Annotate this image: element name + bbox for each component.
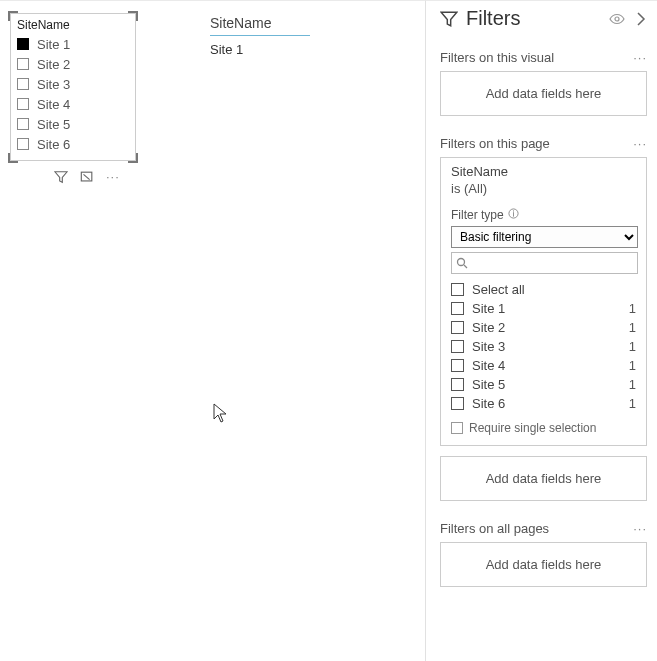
slicer-item[interactable]: Site 2: [15, 54, 131, 74]
slicer-item[interactable]: Site 6: [15, 134, 131, 154]
section-page-more-icon[interactable]: ···: [633, 136, 647, 151]
section-visual-more-icon[interactable]: ···: [633, 50, 647, 65]
filter-value-label: Select all: [472, 282, 636, 297]
slicer-list: Site 1Site 2Site 3Site 4Site 5Site 6: [11, 34, 135, 154]
filter-value-count: 1: [629, 396, 638, 411]
checkbox-icon[interactable]: [17, 58, 29, 70]
filter-value-label: Site 1: [472, 301, 629, 316]
filter-type-label: Filter type: [451, 208, 638, 222]
checkbox-icon[interactable]: [17, 78, 29, 90]
filter-value-count: 1: [629, 339, 638, 354]
slicer-item-label: Site 5: [37, 117, 70, 132]
slicer-item[interactable]: Site 3: [15, 74, 131, 94]
checkbox-icon[interactable]: [451, 359, 464, 372]
section-visual-label: Filters on this visual: [440, 50, 554, 65]
filters-title: Filters: [466, 7, 601, 30]
all-dropzone[interactable]: Add data fields here: [440, 542, 647, 587]
slicer-item[interactable]: Site 4: [15, 94, 131, 114]
section-page-label: Filters on this page: [440, 136, 550, 151]
filter-value-row[interactable]: Site 51: [451, 375, 638, 394]
slicer-visual[interactable]: SiteName Site 1Site 2Site 3Site 4Site 5S…: [10, 13, 136, 161]
require-single-selection[interactable]: Require single selection: [451, 421, 638, 435]
checkbox-icon[interactable]: [451, 422, 463, 434]
filter-value-label: Site 3: [472, 339, 629, 354]
svg-point-1: [615, 17, 619, 21]
section-all-label: Filters on all pages: [440, 521, 549, 536]
slicer-item-label: Site 2: [37, 57, 70, 72]
slicer-toolbar: ···: [54, 169, 120, 184]
funnel-icon: [440, 10, 458, 28]
slicer-title: SiteName: [11, 14, 135, 34]
filter-state: is (All): [451, 181, 638, 196]
filter-value-row[interactable]: Site 11: [451, 299, 638, 318]
checkbox-icon[interactable]: [451, 283, 464, 296]
visual-dropzone[interactable]: Add data fields here: [440, 71, 647, 116]
resize-handle-bl[interactable]: [8, 153, 18, 163]
filter-value-row[interactable]: Select all: [451, 280, 638, 299]
resize-handle-tl[interactable]: [8, 11, 18, 21]
filter-value-row[interactable]: Site 61: [451, 394, 638, 413]
filter-value-label: Site 6: [472, 396, 629, 411]
chevron-right-icon[interactable]: [635, 12, 647, 26]
funnel-icon[interactable]: [54, 170, 68, 184]
filter-value-count: 1: [629, 320, 638, 335]
card-header: SiteName: [210, 15, 310, 36]
filter-card-sitename[interactable]: SiteName is (All) Filter type Basic filt…: [440, 157, 647, 446]
card-visual[interactable]: SiteName Site 1: [210, 15, 310, 57]
resize-handle-br[interactable]: [128, 153, 138, 163]
filter-value-count: 1: [629, 377, 638, 392]
checkbox-icon[interactable]: [451, 340, 464, 353]
slicer-item-label: Site 1: [37, 37, 70, 52]
filter-type-select[interactable]: Basic filtering: [451, 226, 638, 248]
checkbox-icon[interactable]: [451, 321, 464, 334]
slicer-item-label: Site 4: [37, 97, 70, 112]
slicer-item-label: Site 3: [37, 77, 70, 92]
slicer-item[interactable]: Site 1: [15, 34, 131, 54]
eye-icon[interactable]: [609, 11, 625, 27]
checkbox-icon[interactable]: [451, 378, 464, 391]
card-value: Site 1: [210, 36, 310, 57]
checkbox-icon[interactable]: [451, 302, 464, 315]
filter-values-list: Select allSite 11Site 21Site 31Site 41Si…: [451, 280, 638, 413]
filter-value-label: Site 5: [472, 377, 629, 392]
checkbox-icon[interactable]: [17, 138, 29, 150]
resize-handle-tr[interactable]: [128, 11, 138, 21]
cursor-icon: [213, 403, 229, 426]
checkbox-icon[interactable]: [17, 118, 29, 130]
filter-value-count: 1: [629, 301, 638, 316]
filter-value-count: 1: [629, 358, 638, 373]
filter-value-label: Site 2: [472, 320, 629, 335]
slicer-item[interactable]: Site 5: [15, 114, 131, 134]
filter-search-input[interactable]: [451, 252, 638, 274]
filters-panel: Filters Filters on this visual ··· Add d…: [425, 0, 657, 661]
page-dropzone[interactable]: Add data fields here: [440, 456, 647, 501]
section-all-more-icon[interactable]: ···: [633, 521, 647, 536]
focus-mode-icon[interactable]: [80, 170, 94, 184]
svg-point-3: [458, 259, 465, 266]
filter-value-row[interactable]: Site 21: [451, 318, 638, 337]
filter-value-row[interactable]: Site 31: [451, 337, 638, 356]
report-canvas[interactable]: SiteName Site 1Site 2Site 3Site 4Site 5S…: [0, 0, 425, 661]
slicer-item-label: Site 6: [37, 137, 70, 152]
filter-value-label: Site 4: [472, 358, 629, 373]
checkbox-icon[interactable]: [17, 38, 29, 50]
checkbox-icon[interactable]: [451, 397, 464, 410]
filter-field-name: SiteName: [451, 164, 638, 179]
checkbox-icon[interactable]: [17, 98, 29, 110]
info-icon[interactable]: [508, 208, 519, 222]
filter-value-row[interactable]: Site 41: [451, 356, 638, 375]
more-options-icon[interactable]: ···: [106, 169, 120, 184]
